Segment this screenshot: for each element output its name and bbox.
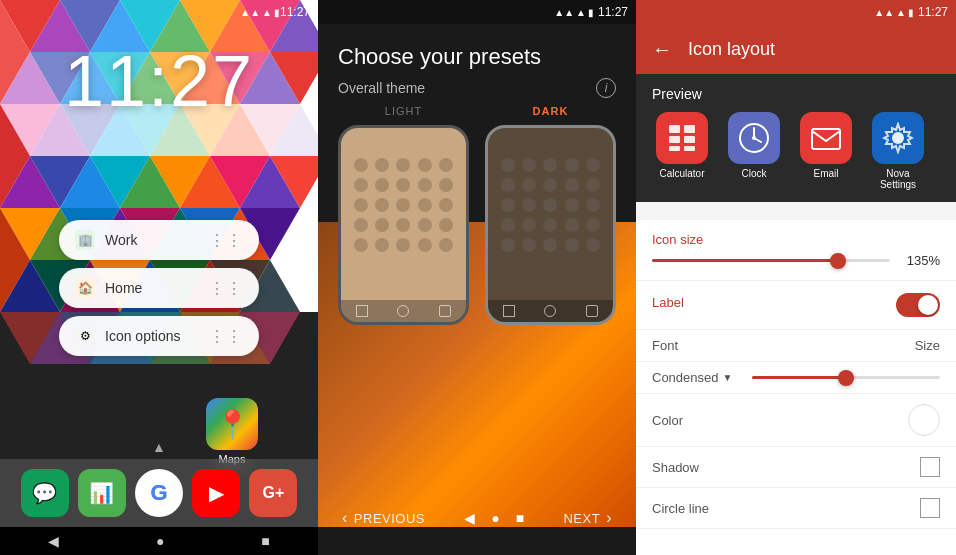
google-symbol: G: [150, 480, 167, 506]
wifi-icon: ▲: [262, 7, 272, 18]
light-phone-nav: [341, 300, 466, 322]
options-dots: ⋮⋮: [209, 327, 243, 346]
home-icon: 🏠: [75, 278, 95, 298]
hangouts-icon[interactable]: 💬: [21, 469, 69, 517]
condensed-arrow: ▼: [723, 372, 733, 383]
next-button[interactable]: NEXT ›: [563, 509, 612, 527]
back-arrow-icon[interactable]: ←: [652, 38, 672, 61]
nova-svg: [882, 122, 914, 154]
sheets-icon[interactable]: 📊: [78, 469, 126, 517]
dot: [439, 198, 453, 212]
dot: [501, 198, 515, 212]
floating-menu: 🏢 Work ⋮⋮ 🏠 Home ⋮⋮ ⚙ Icon options ⋮⋮: [59, 220, 259, 356]
calculator-app-icon[interactable]: [656, 112, 708, 164]
theme-options: LIGHT: [338, 105, 616, 325]
label-row: Label: [652, 293, 940, 317]
recents-button-2[interactable]: ■: [516, 510, 524, 526]
calculator-label: Calculator: [652, 168, 712, 179]
menu-item-home[interactable]: 🏠 Home ⋮⋮: [59, 268, 259, 308]
theme-option-light[interactable]: LIGHT: [338, 105, 469, 325]
status-bar-panel2: ▲▲ ▲ ▮ 11:27: [318, 0, 636, 24]
color-picker[interactable]: [908, 404, 940, 436]
preview-label: Preview: [652, 86, 940, 102]
dot: [565, 218, 579, 232]
dot: [439, 218, 453, 232]
shadow-label: Shadow: [652, 460, 699, 475]
dot: [501, 158, 515, 172]
dot: [396, 218, 410, 232]
gplus-symbol: G+: [262, 484, 284, 502]
icon-size-slider-fill: [652, 259, 838, 262]
maps-app-icon[interactable]: 📍: [206, 398, 258, 450]
nav-btn-recent-d: [586, 305, 598, 317]
shadow-checkbox[interactable]: [920, 457, 940, 477]
dot: [565, 158, 579, 172]
dot: [418, 178, 432, 192]
dot: [543, 158, 557, 172]
dark-theme-mockup: [485, 125, 616, 325]
condensed-slider-fill: [752, 376, 846, 379]
dot: [354, 178, 368, 192]
dot: [439, 178, 453, 192]
menu-item-icon-options[interactable]: ⚙ Icon options ⋮⋮: [59, 316, 259, 356]
panel2-subtitle-row: Overall theme i: [338, 78, 616, 98]
calculator-svg: [667, 123, 697, 153]
back-button-1[interactable]: ◀: [48, 533, 59, 549]
dot: [396, 198, 410, 212]
hangouts-symbol: 💬: [32, 481, 57, 505]
icon-size-setting: Icon size 135%: [636, 220, 956, 281]
label-toggle[interactable]: [896, 293, 940, 317]
dot: [522, 198, 536, 212]
status-bar-panel3: ▲▲ ▲ ▮ 11:27: [636, 0, 956, 24]
icon-size-slider-track[interactable]: [652, 259, 890, 262]
work-dots: ⋮⋮: [209, 231, 243, 250]
back-button-2[interactable]: ◀: [464, 510, 475, 526]
previous-button[interactable]: ‹ PREVIOUS: [342, 509, 425, 527]
recents-button-1[interactable]: ■: [261, 533, 269, 549]
home-dots: ⋮⋮: [209, 279, 243, 298]
condensed-slider-track[interactable]: [752, 376, 940, 379]
font-size-row: Font Size: [636, 330, 956, 362]
signal-icon: ▲▲: [240, 7, 260, 18]
clock-app-icon[interactable]: [728, 112, 780, 164]
dot: [418, 158, 432, 172]
signal-icon-3: ▲▲: [874, 7, 894, 18]
panel2-header: Choose your presets Overall theme i: [318, 24, 636, 108]
light-dots-grid: [341, 138, 466, 262]
dot: [586, 218, 600, 232]
gplus-icon[interactable]: G+: [249, 469, 297, 517]
google-icon[interactable]: G: [135, 469, 183, 517]
email-app-icon[interactable]: [800, 112, 852, 164]
dot: [396, 158, 410, 172]
panel2-bottom-nav: ‹ PREVIOUS ◀ ● ■ NEXT ›: [318, 509, 636, 527]
color-row: Color: [636, 394, 956, 447]
dot: [543, 198, 557, 212]
preview-icon-clock: Clock: [724, 112, 784, 190]
dot: [522, 218, 536, 232]
dot: [565, 198, 579, 212]
battery-icon-2: ▮: [588, 7, 594, 18]
info-icon[interactable]: i: [596, 78, 616, 98]
dot: [354, 158, 368, 172]
theme-option-dark[interactable]: DARK: [485, 105, 616, 325]
svg-point-82: [892, 132, 904, 144]
label-label: Label: [652, 295, 684, 310]
previous-label: PREVIOUS: [354, 511, 425, 526]
svg-rect-71: [669, 125, 680, 133]
panel2-title: Choose your presets: [338, 44, 616, 70]
youtube-icon[interactable]: ▶: [192, 469, 240, 517]
nova-label: Nova Settings: [868, 168, 928, 190]
circle-line-checkbox[interactable]: [920, 498, 940, 518]
icon-size-slider-thumb[interactable]: [830, 253, 846, 269]
condensed-slider-thumb[interactable]: [838, 370, 854, 386]
home-button-2[interactable]: ●: [491, 510, 499, 526]
home-button-1[interactable]: ●: [156, 533, 164, 549]
dot: [522, 238, 536, 252]
menu-item-work[interactable]: 🏢 Work ⋮⋮: [59, 220, 259, 260]
nav-btn-home-d: [544, 305, 556, 317]
icon-size-label: Icon size: [652, 232, 940, 247]
dot: [354, 218, 368, 232]
scroll-indicator: ▲: [152, 439, 166, 455]
nova-settings-icon[interactable]: [872, 112, 924, 164]
wifi-icon-3: ▲: [896, 7, 906, 18]
